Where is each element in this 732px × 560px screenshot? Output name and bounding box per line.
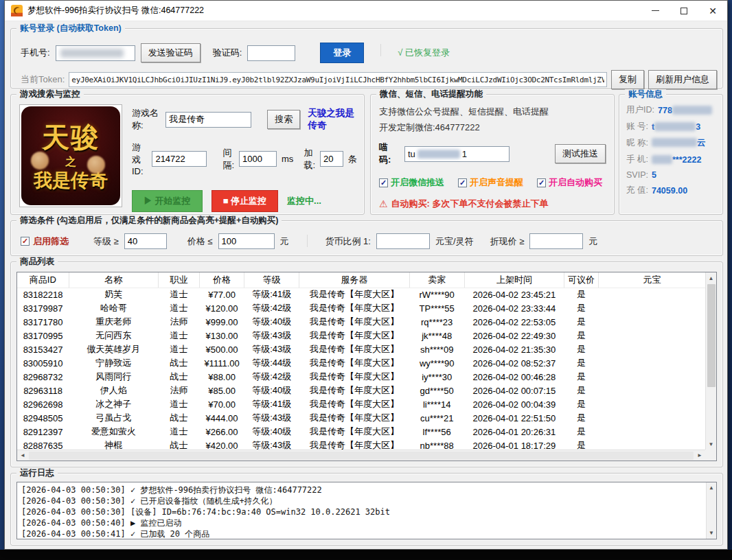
- close-button[interactable]: ✕: [698, 1, 727, 21]
- scroll-right-icon[interactable]: ►: [694, 450, 705, 461]
- scroll-down-icon[interactable]: ▼: [706, 439, 717, 450]
- table-header-row[interactable]: 商品ID名称职业价格等级服务器卖家上架时间可议价元宝: [17, 272, 705, 288]
- table-row[interactable]: 82968732风雨同行战士¥88.00等级:42级我是传奇【年度大区】iy**…: [17, 370, 705, 384]
- login-button[interactable]: 登录: [320, 43, 364, 63]
- log-groupbox: 运行日志 [2026-04-03 00:50:30] ✓ 梦想软件-996拍卖行…: [10, 473, 723, 546]
- ratio-filter-input[interactable]: [376, 233, 430, 249]
- app-logo-icon: [11, 5, 23, 16]
- scroll-down-icon[interactable]: ▼: [706, 528, 717, 539]
- table-row[interactable]: 83179987哈哈哥道士¥120.00等级:42级我是传奇【年度大区】TP**…: [17, 301, 705, 315]
- enable-filter-checkbox[interactable]: ✓ 启用筛选: [21, 235, 69, 248]
- scroll-up-icon[interactable]: ▲: [706, 482, 717, 493]
- maximize-button[interactable]: [670, 1, 698, 21]
- stop-monitor-button[interactable]: ■ 停止监控: [211, 190, 278, 212]
- minimize-button[interactable]: [641, 1, 670, 21]
- cash-filter-input[interactable]: [529, 233, 583, 249]
- login-groupbox: 账号登录 (自动获取Token) 手机号: 发送验证码 验证码: 登录 √ 已恢…: [10, 28, 723, 89]
- column-header[interactable]: 可议价: [564, 272, 599, 288]
- table-row[interactable]: 82963118伊人焰法师¥85.00等级:40级我是传奇【年度大区】gd***…: [17, 384, 705, 397]
- column-header[interactable]: 商品ID: [17, 272, 69, 288]
- close-icon: ✕: [709, 6, 717, 16]
- table-cell: ¥70.00: [200, 397, 244, 411]
- table-row[interactable]: 83171780重庆老师法师¥999.00等级:40级我是传奇【年度大区】rq*…: [17, 315, 705, 329]
- column-header[interactable]: 名称: [69, 272, 158, 288]
- monitor-status: 监控中...: [287, 195, 321, 207]
- miao-code-input[interactable]: tu 1: [404, 146, 510, 162]
- game-name-label: 游戏名称:: [132, 107, 161, 132]
- table-cell: 83170995: [17, 329, 69, 342]
- table-row[interactable]: 83182218奶芙道士¥77.00等级:41级我是传奇【年度大区】rW****…: [17, 288, 705, 301]
- table-cell: 83171780: [17, 315, 69, 329]
- table-row[interactable]: 83153427傲天英雄岁月道士¥500.00等级:43级我是传奇【年度大区】s…: [17, 342, 705, 356]
- column-header[interactable]: 元宝: [599, 272, 705, 288]
- load-label: 加载:: [304, 147, 315, 172]
- phone-input[interactable]: [56, 45, 135, 61]
- send-code-button[interactable]: 发送验证码: [141, 43, 201, 62]
- column-header[interactable]: 上架时间: [464, 272, 564, 288]
- table-cell: ¥999.00: [200, 315, 244, 329]
- copy-token-button[interactable]: 复制: [611, 70, 644, 89]
- level-filter-input[interactable]: [124, 233, 167, 249]
- scroll-left-icon[interactable]: ◄: [17, 450, 28, 461]
- price-filter-label: 价格 ≤: [187, 235, 213, 248]
- auto-buy-checkbox[interactable]: ✓ 开启自动购买: [537, 176, 602, 189]
- table-row[interactable]: 83170995无问西东道士¥130.00等级:43级我是传奇【年度大区】jk*…: [17, 329, 705, 342]
- table-cell: 道士: [158, 301, 199, 315]
- interval-input[interactable]: [239, 151, 277, 167]
- wechat-push-label: 开启微信推送: [391, 176, 444, 189]
- test-push-button[interactable]: 测试推送: [555, 144, 606, 163]
- table-row[interactable]: 82887635神棍战士¥420.00等级:43级我是传奇【年度大区】nb***…: [17, 439, 705, 450]
- table-cell: 83005910: [17, 356, 69, 370]
- scroll-up-icon[interactable]: ▲: [706, 272, 717, 283]
- maximize-icon: [680, 8, 687, 14]
- miao-code-suffix: 1: [462, 149, 467, 159]
- table-cell: ¥130.00: [200, 329, 244, 342]
- column-header[interactable]: 服务器: [299, 272, 409, 288]
- game-result-link[interactable]: 天骏之我是传奇: [308, 107, 357, 132]
- table-cell: 等级:43级: [244, 342, 299, 356]
- notify-legend: 微信、短信、电话提醒功能: [376, 89, 486, 100]
- sound-alert-label: 开启声音提醒: [470, 176, 523, 189]
- column-header[interactable]: 职业: [158, 272, 199, 288]
- table-cell: 是: [564, 425, 599, 439]
- table-cell: 是: [564, 315, 599, 329]
- column-header[interactable]: 卖家: [409, 272, 464, 288]
- table-row[interactable]: 83005910宁静致远战士¥1111.00等级:44级我是传奇【年度大区】wy…: [17, 356, 705, 370]
- cash-filter-label: 折现价 ≥: [490, 235, 525, 248]
- horizontal-scroll-thumb[interactable]: [29, 452, 694, 460]
- phone-label: 手机号:: [21, 47, 50, 59]
- start-monitor-button[interactable]: ▶ 开始监控: [132, 190, 203, 212]
- client-area: 账号登录 (自动获取Token) 手机号: 发送验证码 验证码: 登录 √ 已恢…: [5, 21, 727, 549]
- user-id-value: 778: [658, 106, 712, 115]
- price-filter-input[interactable]: [218, 233, 275, 249]
- search-button[interactable]: 搜索: [267, 110, 300, 129]
- table-cell: [599, 342, 705, 356]
- log-output[interactable]: [2026-04-03 00:50:30] ✓ 梦想软件-996拍卖行协议扫号 …: [16, 482, 717, 539]
- table-cell: 等级:40级: [244, 384, 299, 397]
- table-cell: 法师: [158, 315, 199, 329]
- account-redacted-blur: [654, 122, 696, 131]
- checkbox-checked-icon: ✓: [458, 178, 467, 187]
- code-input[interactable]: [247, 45, 295, 61]
- table-cell: [599, 329, 705, 342]
- table-cell: 我是传奇【年度大区】: [299, 356, 409, 370]
- horizontal-scrollbar[interactable]: ◄ ►: [17, 450, 705, 460]
- column-header[interactable]: 价格: [200, 272, 244, 288]
- refresh-user-button[interactable]: 刷新用户信息: [648, 70, 717, 89]
- game-name-input[interactable]: [165, 112, 251, 128]
- login-legend: 账号登录 (自动获取Token): [16, 23, 125, 34]
- table-row[interactable]: 82962698冰之神子道士¥70.00等级:41级我是传奇【年度大区】li**…: [17, 397, 705, 411]
- vertical-scrollbar[interactable]: ▲ ▼: [705, 272, 716, 450]
- token-input[interactable]: [69, 72, 607, 87]
- sound-alert-checkbox[interactable]: ✓ 开启声音提醒: [458, 176, 523, 189]
- table-cell: [599, 315, 705, 329]
- wechat-push-checkbox[interactable]: ✓ 开启微信推送: [379, 176, 444, 189]
- vertical-scroll-thumb[interactable]: [707, 284, 716, 387]
- column-header[interactable]: 等级: [244, 272, 299, 288]
- table-cell: sh****09: [409, 342, 464, 356]
- load-input[interactable]: [320, 151, 343, 167]
- log-scrollbar[interactable]: ▲ ▼: [706, 482, 716, 539]
- game-id-input[interactable]: [152, 151, 207, 167]
- table-row[interactable]: 82912397爱意如萤火道士¥266.00等级:40级我是传奇【年度大区】lf…: [17, 425, 705, 439]
- table-row[interactable]: 82948505弓虽占戈战士¥444.00等级:43级我是传奇【年度大区】cu*…: [17, 411, 705, 425]
